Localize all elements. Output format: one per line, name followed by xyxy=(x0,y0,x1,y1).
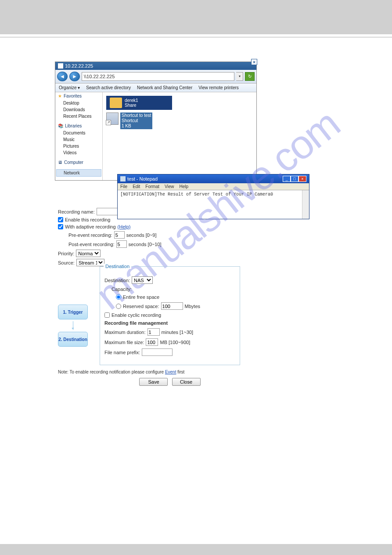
go-button[interactable]: ↻ xyxy=(245,72,255,81)
shortcut-icon xyxy=(106,112,119,125)
step-connector xyxy=(73,321,73,330)
menu-help[interactable]: Help xyxy=(180,184,189,189)
scrollbar[interactable] xyxy=(302,190,309,219)
notepad-titlebar: test - Notepad _ □ × xyxy=(118,174,309,183)
recording-name-label: Recording name: xyxy=(58,209,95,214)
explorer-window: × 10.22.22.225 ◄ ► \\10.22.22.225 ▾ ↻ Or… xyxy=(55,62,257,181)
address-bar[interactable]: \\10.22.22.225 xyxy=(82,72,234,81)
step-destination[interactable]: 2. Destination xyxy=(58,332,88,347)
post-event-suffix: seconds [0~10] xyxy=(129,242,162,247)
priority-label: Priority: xyxy=(58,251,74,256)
search-ad-link[interactable]: Search active directory xyxy=(86,85,131,90)
organize-menu[interactable]: Organize ▾ xyxy=(59,85,80,90)
maximize-button[interactable]: □ xyxy=(291,176,298,182)
pre-event-suffix: seconds [0~9] xyxy=(126,232,157,238)
sidebar-computer[interactable]: 🖥Computer xyxy=(55,159,102,166)
max-size-label: Maximum file size: xyxy=(104,340,144,345)
view-printers-link[interactable]: View remote printers xyxy=(198,85,239,90)
sidebar-favorites[interactable]: ★Favorites xyxy=(55,92,102,100)
explorer-titlebar: 10.22.22.225 xyxy=(55,62,256,70)
close-button[interactable]: × xyxy=(298,176,306,182)
source-select[interactable]: Stream 1 xyxy=(76,259,104,266)
star-icon: ★ xyxy=(58,94,62,98)
window-icon xyxy=(58,63,63,69)
explorer-toolbar: Organize ▾ Search active directory Netwo… xyxy=(55,83,256,92)
help-link[interactable]: (Help) xyxy=(118,224,131,229)
folder-derek1[interactable]: derek1Share xyxy=(106,96,172,110)
prefix-input[interactable] xyxy=(142,348,173,356)
sidebar-music[interactable]: Music xyxy=(55,136,102,143)
note-text: Note: To enable recording notification p… xyxy=(58,370,242,374)
reserved-radio[interactable] xyxy=(116,304,121,309)
sidebar-desktop[interactable]: Desktop xyxy=(55,100,102,106)
shortcut-test[interactable]: Shortcut to test Shortcut 1 KB xyxy=(106,112,152,129)
reserved-label: Reserved space: xyxy=(123,304,159,309)
notepad-menu: File Edit Format View Help xyxy=(118,183,309,190)
menu-view[interactable]: View xyxy=(165,184,174,189)
max-duration-label: Maximum duration: xyxy=(104,330,146,335)
menu-edit[interactable]: Edit xyxy=(133,184,140,189)
event-link[interactable]: Event xyxy=(165,370,176,374)
source-label: Source: xyxy=(58,260,75,265)
entire-free-label: Entire free space xyxy=(123,294,159,300)
computer-icon: 🖥 xyxy=(58,160,62,165)
prefix-label: File name prefix: xyxy=(104,350,140,355)
notepad-title: test - Notepad xyxy=(127,176,158,181)
sidebar-downloads[interactable]: Downloads xyxy=(55,106,102,113)
destination-fieldset: Destination Destination: NAS Capacity: E… xyxy=(100,266,240,365)
destination-legend: Destination xyxy=(104,264,131,269)
recording-form: Recording name: Enable this recording Wi… xyxy=(58,208,242,386)
max-duration-input[interactable] xyxy=(147,328,160,336)
explorer-content: derek1Share Shortcut to test Shortcut 1 … xyxy=(103,92,256,180)
folder-icon xyxy=(110,98,122,108)
explorer-navbar: ◄ ► \\10.22.22.225 ▾ ↻ xyxy=(55,70,256,83)
max-size-suffix: MB [100~900] xyxy=(160,340,190,345)
adaptive-recording-checkbox[interactable] xyxy=(58,224,63,229)
capacity-label: Capacity: xyxy=(111,287,132,292)
address-dropdown[interactable]: ▾ xyxy=(236,72,243,81)
max-size-input[interactable] xyxy=(146,338,158,346)
rfm-heading: Recording file management xyxy=(104,320,168,326)
destination-label: Destination: xyxy=(104,278,130,283)
step-trigger[interactable]: 1. Trigger xyxy=(58,305,88,319)
sidebar-documents[interactable]: Documents xyxy=(55,130,102,136)
max-duration-suffix: minutes [1~30] xyxy=(162,330,193,335)
steps-nav: 1. Trigger 2. Destination xyxy=(58,305,88,347)
reserved-input[interactable] xyxy=(161,302,183,310)
pre-event-input[interactable] xyxy=(114,231,125,239)
window-title: 10.22.22.225 xyxy=(65,63,93,69)
notepad-body[interactable]: [NOTIFICATION]The Result of Server Test … xyxy=(118,190,309,219)
network-center-link[interactable]: Network and Sharing Center xyxy=(137,85,192,90)
enable-recording-checkbox[interactable] xyxy=(58,217,63,222)
minimize-button[interactable]: _ xyxy=(283,176,291,182)
menu-file[interactable]: File xyxy=(120,184,127,189)
back-button[interactable]: ◄ xyxy=(57,72,68,81)
reserved-unit: Mbytes xyxy=(185,304,200,309)
forward-button[interactable]: ► xyxy=(69,72,80,81)
adaptive-recording-label: With adaptive recording xyxy=(65,224,116,229)
cyclic-label: Enable cyclic recording xyxy=(111,312,161,318)
sidebar-pictures[interactable]: Pictures xyxy=(55,143,102,149)
entire-free-radio[interactable] xyxy=(116,294,121,300)
priority-select[interactable]: Normal xyxy=(76,250,101,257)
enable-recording-label: Enable this recording xyxy=(65,217,110,222)
close-button[interactable]: Close xyxy=(172,378,201,386)
sidebar-libraries[interactable]: 📚Libraries xyxy=(55,122,102,130)
explorer-sidebar: ★Favorites Desktop Downloads Recent Plac… xyxy=(55,92,103,180)
library-icon: 📚 xyxy=(58,123,63,128)
notepad-icon xyxy=(120,176,126,181)
form-buttons: Save Close xyxy=(100,378,240,386)
save-button[interactable]: Save xyxy=(139,378,168,386)
sidebar-network[interactable]: Network xyxy=(56,169,101,177)
post-event-label: Post-event recording: xyxy=(68,242,115,247)
pre-event-label: Pre-event recording: xyxy=(68,232,112,238)
destination-select[interactable]: NAS xyxy=(132,276,153,284)
sidebar-videos[interactable]: Videos xyxy=(55,149,102,156)
cyclic-checkbox[interactable] xyxy=(104,312,110,318)
menu-format[interactable]: Format xyxy=(145,184,159,189)
notepad-window: test - Notepad _ □ × File Edit Format Vi… xyxy=(117,174,309,219)
sidebar-recent[interactable]: Recent Places xyxy=(55,113,102,120)
post-event-input[interactable] xyxy=(116,240,127,248)
close-icon[interactable]: × xyxy=(251,59,257,65)
